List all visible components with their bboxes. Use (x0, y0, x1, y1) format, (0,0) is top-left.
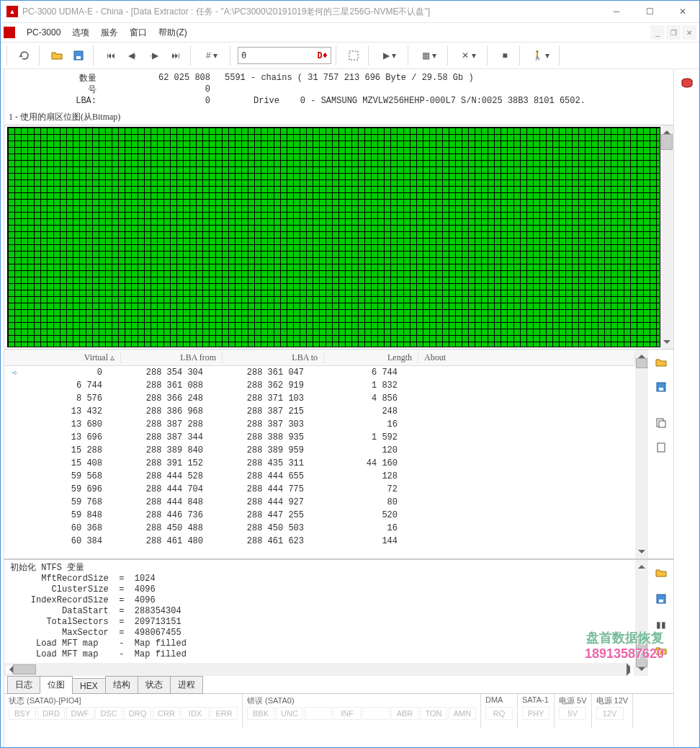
svg-rect-6 (659, 421, 665, 427)
table-row[interactable]: 13 680288 387 288288 387 30316 (4, 418, 635, 431)
status-item: 5V (559, 707, 586, 720)
exit-button[interactable]: 🚶 ▾ (527, 45, 555, 66)
refresh-button[interactable] (14, 45, 35, 66)
tab-2[interactable]: HEX (72, 678, 106, 694)
table-row[interactable]: 13 696288 387 344288 388 9351 592 (4, 431, 635, 444)
table-row[interactable]: 13 432288 386 968288 387 215248 (4, 405, 635, 418)
log-panel: 初始化 NTFS 变量 MftRecordSize = 1024 Cluster… (4, 560, 673, 676)
status-group: DMARQ (481, 694, 518, 729)
scroll-right-icon[interactable] (627, 663, 634, 676)
nav-first-button[interactable]: ⏮ (101, 45, 121, 66)
scroll-down-icon[interactable] (663, 340, 670, 347)
mdi-close-button[interactable]: ✕ (682, 25, 696, 40)
table-row[interactable]: 15 408288 391 152288 435 31144 160 (4, 457, 635, 470)
minimize-button[interactable]: ─ (600, 1, 633, 22)
col-length[interactable]: Length (324, 352, 418, 363)
scroll-thumb[interactable] (661, 134, 673, 150)
table-row[interactable]: 6 744288 361 088288 362 9191 832 (4, 379, 635, 392)
table-row[interactable]: 59 568288 444 528288 444 655128 (4, 470, 635, 483)
tab-1[interactable]: 位图 (40, 676, 73, 694)
bitmap-canvas[interactable] (7, 127, 660, 347)
status-item: DRQ (124, 707, 151, 720)
scroll-thumb[interactable] (636, 358, 647, 368)
cell-lba-to: 288 371 103 (209, 393, 310, 404)
play-button[interactable]: ▶ ▾ (376, 45, 403, 66)
bitmap-scrollbar[interactable] (660, 125, 673, 349)
tab-3[interactable]: 结构 (105, 676, 138, 694)
status-item: DSC (95, 707, 122, 720)
scroll-down-icon[interactable] (638, 667, 645, 674)
cell-length: 72 (310, 484, 403, 494)
grid-button[interactable]: # ▾ (198, 45, 225, 66)
side-copy-button[interactable] (651, 413, 671, 433)
table-row[interactable]: 15 288288 389 840288 389 959120 (4, 444, 635, 457)
log-pause-button[interactable]: ▮▮ (651, 615, 671, 635)
table-body: ➪0288 354 304288 361 0476 7446 744288 36… (4, 366, 635, 558)
scroll-left-icon[interactable] (6, 666, 13, 673)
table-row[interactable]: 59 768288 444 848288 444 92780 (4, 496, 635, 509)
close-button[interactable]: ✕ (666, 1, 699, 22)
col-lba-from[interactable]: LBA from (121, 352, 223, 363)
cell-lba-to: 288 444 927 (209, 497, 310, 507)
table-scrollbar[interactable] (635, 349, 648, 558)
scroll-up-icon[interactable] (638, 561, 645, 569)
log-open-button[interactable] (651, 563, 671, 583)
grid2-button[interactable]: ▦ ▾ (416, 45, 443, 66)
table-row[interactable]: ➪0288 354 304288 361 0476 744 (4, 366, 635, 379)
cell-lba-from: 288 444 704 (108, 484, 209, 494)
col-virtual[interactable]: Virtual ▵ (30, 352, 121, 363)
col-about[interactable]: About (418, 352, 635, 363)
tab-5[interactable]: 进程 (170, 676, 203, 694)
scroll-thumb[interactable] (13, 664, 36, 674)
mdi-minimize-button[interactable]: _ (650, 25, 665, 40)
scroll-up-icon[interactable] (638, 351, 645, 358)
log-vscrollbar[interactable] (635, 560, 648, 676)
svg-rect-2 (349, 51, 358, 60)
side-open-button[interactable] (651, 352, 671, 373)
qty-label: 数量 (10, 72, 102, 84)
menu-options[interactable]: 选项 (66, 25, 95, 40)
cell-lba-from: 288 366 248 (108, 393, 209, 404)
mdi-restore-button[interactable]: ❐ (666, 25, 681, 40)
status-item: CRR (153, 707, 180, 720)
menu-window[interactable]: 窗口 (124, 25, 153, 40)
table-row[interactable]: 59 848288 446 736288 447 255520 (4, 509, 635, 522)
scroll-up-icon[interactable] (663, 127, 670, 134)
select-button[interactable] (344, 45, 364, 66)
address-input[interactable]: 0 D♦ (238, 47, 331, 64)
save-button[interactable] (68, 45, 89, 66)
col-lba-to[interactable]: LBA to (223, 352, 324, 363)
side-doc-button[interactable] (651, 437, 671, 458)
table-row[interactable]: 59 696288 444 704288 444 77572 (4, 483, 635, 496)
status-group-title: 状态 (SATA0)-[PIO4] (9, 695, 238, 707)
lba-value: 0 (102, 96, 225, 106)
menu-help[interactable]: 帮助(Z) (153, 25, 192, 40)
address-mode: D♦ (318, 50, 328, 61)
nav-last-button[interactable]: ⏭ (166, 45, 186, 66)
menu-app[interactable]: PC-3000 (21, 26, 66, 39)
cell-virtual: 15 288 (17, 445, 108, 455)
window-title: PC-3000 UDMA-E - China - [Data Extractor… (22, 6, 600, 18)
open-button[interactable] (47, 45, 67, 66)
scroll-thumb[interactable] (636, 637, 647, 667)
nav-prev-button[interactable]: ◀· (122, 45, 143, 66)
tab-0[interactable]: 日志 (7, 676, 40, 694)
menu-services[interactable]: 服务 (95, 25, 124, 40)
scroll-down-icon[interactable] (638, 550, 645, 557)
table-row[interactable]: 60 384288 461 480288 461 623144 (4, 535, 635, 548)
side-save-button[interactable] (651, 377, 671, 397)
table-row[interactable]: 60 368288 450 488288 450 50316 (4, 522, 635, 535)
status-item: 12V (596, 707, 624, 720)
tab-4[interactable]: 状态 (138, 676, 171, 694)
tools-button[interactable]: ✕ ▾ (455, 45, 483, 66)
drive-icon[interactable] (678, 75, 696, 92)
log-hscrollbar[interactable] (4, 663, 635, 676)
log-export-button[interactable] (651, 641, 671, 661)
log-save-button[interactable] (651, 589, 671, 609)
table-row[interactable]: 8 576288 366 248288 371 1034 856 (4, 392, 635, 405)
nav-next-button[interactable]: ·▶ (144, 45, 164, 66)
maximize-button[interactable]: ☐ (633, 1, 666, 22)
table-side-tools (648, 349, 673, 558)
stop-button[interactable]: ■ (495, 45, 515, 66)
cell-length: 520 (310, 510, 403, 520)
